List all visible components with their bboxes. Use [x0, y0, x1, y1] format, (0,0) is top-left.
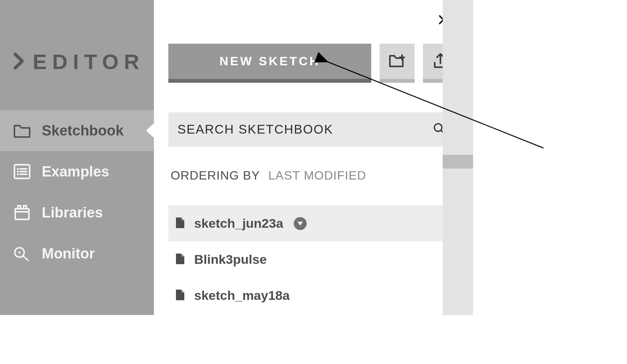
sidebar-item-sketchbook[interactable]: Sketchbook — [0, 110, 154, 151]
sketch-row[interactable]: sketch_jun23a — [168, 205, 458, 241]
sketch-row[interactable]: sketch_may18a — [168, 277, 458, 314]
svg-point-12 — [18, 251, 21, 254]
file-icon — [175, 289, 185, 303]
svg-line-13 — [23, 256, 28, 261]
search-input[interactable] — [177, 122, 433, 137]
sketch-row[interactable]: Blink3pulse — [168, 241, 458, 277]
svg-point-5 — [17, 173, 19, 175]
list-icon — [13, 162, 31, 181]
search-bar — [168, 112, 458, 147]
sidebar-item-label: Monitor — [42, 246, 95, 262]
sidebar-item-examples[interactable]: Examples — [0, 151, 154, 192]
app-frame: EDITOR Sketchbook — [0, 0, 473, 315]
new-sketch-button[interactable]: NEW SKETCH — [168, 44, 371, 83]
sidebar-item-label: Sketchbook — [42, 123, 124, 139]
folder-icon — [13, 121, 31, 140]
file-icon — [175, 253, 185, 266]
svg-point-1 — [17, 168, 19, 170]
main-panel: NEW SKETCH — [154, 0, 473, 315]
app-title: EDITOR — [33, 49, 145, 74]
svg-rect-9 — [18, 206, 21, 209]
svg-point-3 — [17, 171, 19, 173]
triangle-down-icon — [298, 220, 303, 227]
monitor-icon — [13, 244, 31, 263]
sidebar-nav: Sketchbook Examples — [0, 110, 154, 274]
ordering-row: ORDERING BY LAST MODIFIED — [168, 169, 458, 183]
sketch-name: Blink3pulse — [194, 252, 267, 267]
sidebar-item-monitor[interactable]: Monitor — [0, 233, 154, 274]
new-folder-icon — [388, 53, 406, 70]
ordering-value[interactable]: LAST MODIFIED — [268, 169, 366, 183]
sidebar: EDITOR Sketchbook — [0, 0, 154, 315]
sketch-menu-button[interactable] — [294, 217, 307, 230]
new-folder-button[interactable] — [380, 44, 415, 83]
sidebar-item-label: Examples — [42, 164, 109, 180]
toolbar: NEW SKETCH — [168, 44, 458, 83]
svg-rect-10 — [24, 206, 26, 209]
file-icon — [175, 217, 185, 230]
right-gutter — [443, 0, 473, 315]
chevron-right-icon — [13, 53, 26, 71]
library-icon — [13, 203, 31, 222]
sketch-name: sketch_may18a — [194, 288, 290, 303]
scrollbar-thumb[interactable] — [443, 155, 473, 169]
sketch-name: sketch_jun23a — [194, 216, 283, 231]
sidebar-item-label: Libraries — [42, 205, 103, 221]
svg-rect-7 — [15, 209, 29, 219]
ordering-label: ORDERING BY — [171, 169, 260, 183]
sketch-list: sketch_jun23a Blink3pulse sketch_may18a — [168, 205, 458, 314]
sidebar-header: EDITOR — [0, 0, 154, 74]
sidebar-item-libraries[interactable]: Libraries — [0, 192, 154, 233]
